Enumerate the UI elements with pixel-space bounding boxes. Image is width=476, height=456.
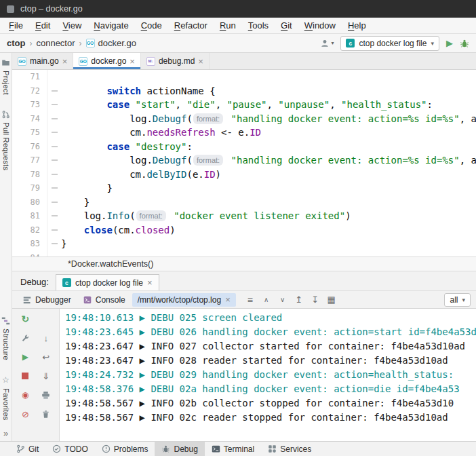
run-icon[interactable]: ▶ <box>446 38 453 48</box>
status-item-terminal[interactable]: Terminal <box>205 442 261 456</box>
log-output[interactable]: 19:48:10.613 ▶ DEBU 025 screen cleared19… <box>60 309 476 441</box>
debug-tab-debugger[interactable]: Debugger <box>18 293 77 307</box>
code-line[interactable]: 74 log.Debugf(format: "handling docker e… <box>12 112 476 126</box>
line-number[interactable]: 84 <box>12 251 47 257</box>
close-icon[interactable]: × <box>225 295 231 304</box>
editor-tab-debug-md[interactable]: M↓debug.md× <box>141 53 210 69</box>
code-line[interactable]: 78 cm.delByID(e.ID) <box>12 168 476 182</box>
code-line[interactable]: 75 cm.needsRefresh <- e.ID <box>12 126 476 140</box>
code-line[interactable]: 84 <box>12 251 476 257</box>
print-icon[interactable] <box>39 388 54 402</box>
editor-tab-docker-go[interactable]: GOdocker.go× <box>73 53 141 69</box>
settings-icon[interactable] <box>18 331 33 345</box>
resume-icon[interactable]: ▶ <box>18 350 33 364</box>
line-number[interactable]: 73 <box>12 98 47 112</box>
line-number[interactable]: 76 <box>12 140 47 154</box>
menu-tools[interactable]: Tools <box>242 18 275 33</box>
code-line[interactable]: 83} <box>12 237 476 251</box>
expand-icon[interactable]: ∨ <box>275 293 290 307</box>
inlay-hint: format: <box>193 155 223 166</box>
status-item-todo[interactable]: TODO <box>45 442 94 456</box>
tool-window-button-structure[interactable]: Structure <box>1 316 10 360</box>
line-number[interactable]: 83 <box>12 237 47 251</box>
debug-session-tab[interactable]: c ctop docker log file × <box>56 274 159 290</box>
menu-refactor[interactable]: Refactor <box>168 18 214 33</box>
menu-file[interactable]: File <box>3 18 29 33</box>
tool-window-button-project[interactable]: Project <box>1 58 10 95</box>
debug-tab-console[interactable]: Console <box>78 293 131 307</box>
run-config-select[interactable]: c ctop docker log file ▾ <box>340 36 439 51</box>
menu-window[interactable]: Window <box>298 18 342 33</box>
close-icon[interactable]: × <box>198 57 203 66</box>
more-tool-windows-button[interactable]: » <box>3 428 8 438</box>
close-icon[interactable]: × <box>130 57 135 66</box>
code-line[interactable]: 77 log.Debugf(format: "handling docker e… <box>12 153 476 168</box>
code-line[interactable]: 81 log.Info(format: "docker event listen… <box>12 209 476 223</box>
clear-icon[interactable] <box>39 407 54 421</box>
view-breakpoints-icon[interactable]: ◉ <box>18 388 33 402</box>
line-number[interactable]: 74 <box>12 112 47 126</box>
debug-tab-mnt-work-ctop-ctop-log[interactable]: /mnt/work/ctop/ctop.log× <box>132 293 236 307</box>
step-down-icon[interactable]: ↓ <box>39 331 54 345</box>
breadcrumb-item-connector[interactable]: connector <box>36 38 75 48</box>
rerun-icon[interactable]: ↻ <box>18 312 33 326</box>
log-filter-select[interactable]: all ▾ <box>444 293 471 307</box>
line-number[interactable]: 75 <box>12 126 47 140</box>
status-bar: GitTODOProblemsDebugTerminalServices <box>0 441 476 456</box>
services-icon <box>268 444 277 453</box>
line-number[interactable]: 79 <box>12 181 47 195</box>
close-icon[interactable]: × <box>62 57 68 66</box>
status-item-debug[interactable]: Debug <box>155 442 204 456</box>
options-menu-icon[interactable]: ≡ <box>243 293 258 307</box>
editor-tab-main-go[interactable]: GOmain.go× <box>12 53 73 69</box>
collapse-icon[interactable]: ∧ <box>259 293 274 307</box>
menu-navigate[interactable]: Navigate <box>87 18 134 33</box>
menu-help[interactable]: Help <box>342 18 372 33</box>
line-number[interactable]: 71 <box>12 70 47 84</box>
mute-breakpoints-icon[interactable]: ⊘ <box>18 407 33 421</box>
status-item-git[interactable]: Git <box>9 442 45 456</box>
line-number[interactable]: 77 <box>12 153 47 168</box>
status-item-services[interactable]: Services <box>261 442 318 456</box>
stop-icon[interactable] <box>18 369 33 383</box>
run-config-value: ctop docker log file <box>359 39 427 48</box>
line-number[interactable]: 72 <box>12 84 47 98</box>
markdown-icon: M↓ <box>146 57 155 66</box>
code-line[interactable]: 76 case "destroy": <box>12 140 476 154</box>
menu-git[interactable]: Git <box>275 18 298 33</box>
code-line[interactable]: 82 close(cm.closed) <box>12 223 476 238</box>
code-line[interactable]: 73 case "start", "die", "pause", "unpaus… <box>12 98 476 112</box>
breadcrumb-item-docker-go[interactable]: GOdocker.go <box>86 38 136 48</box>
left-tool-window-stripe: ProjectPull Requests Structure☆Favorites… <box>0 53 12 441</box>
line-number[interactable]: 81 <box>12 209 47 223</box>
code-line[interactable]: 80 } <box>12 195 476 210</box>
main-toolbar: ctop›connector›GOdocker.go ▾ c ctop dock… <box>0 34 476 53</box>
line-number[interactable]: 82 <box>12 223 47 238</box>
line-number[interactable]: 80 <box>12 195 47 210</box>
code-line[interactable]: 72 switch actionName { <box>12 84 476 98</box>
scroll-up-icon[interactable]: ↥ <box>292 293 306 307</box>
window-title: ctop – docker.go <box>20 4 83 14</box>
menu-edit[interactable]: Edit <box>29 18 56 33</box>
scroll-down-icon[interactable]: ↧ <box>308 293 323 307</box>
menu-run[interactable]: Run <box>214 18 242 33</box>
code-editor[interactable]: 7172 switch actionName {73 case "start",… <box>12 70 476 256</box>
code-line[interactable]: 71 <box>12 70 476 84</box>
status-item-problems[interactable]: Problems <box>95 442 155 456</box>
fold-marker <box>47 209 61 223</box>
log-line: 19:48:24.732 ▶ DEBU 029 handling docker … <box>65 368 476 382</box>
toolbar-actions: ▾ c ctop docker log file ▾ ▶ <box>320 36 469 51</box>
breadcrumb-item-ctop[interactable]: ctop <box>7 38 25 48</box>
tool-window-button-pull-requests[interactable]: Pull Requests <box>1 110 10 170</box>
line-number[interactable]: 78 <box>12 168 47 182</box>
debug-run-icon[interactable] <box>460 39 469 48</box>
close-icon[interactable]: × <box>147 278 153 287</box>
menu-code[interactable]: Code <box>135 18 168 33</box>
code-line[interactable]: 79 } <box>12 181 476 195</box>
table-view-icon[interactable]: ▦ <box>324 293 339 307</box>
menu-view[interactable]: View <box>56 18 87 33</box>
user-icon[interactable]: ▾ <box>320 39 334 48</box>
scroll-to-end-icon[interactable]: ⇓ <box>39 369 54 383</box>
tool-window-button-favorites[interactable]: ☆Favorites <box>2 375 10 420</box>
soft-wrap-icon[interactable]: ↩ <box>39 350 54 364</box>
